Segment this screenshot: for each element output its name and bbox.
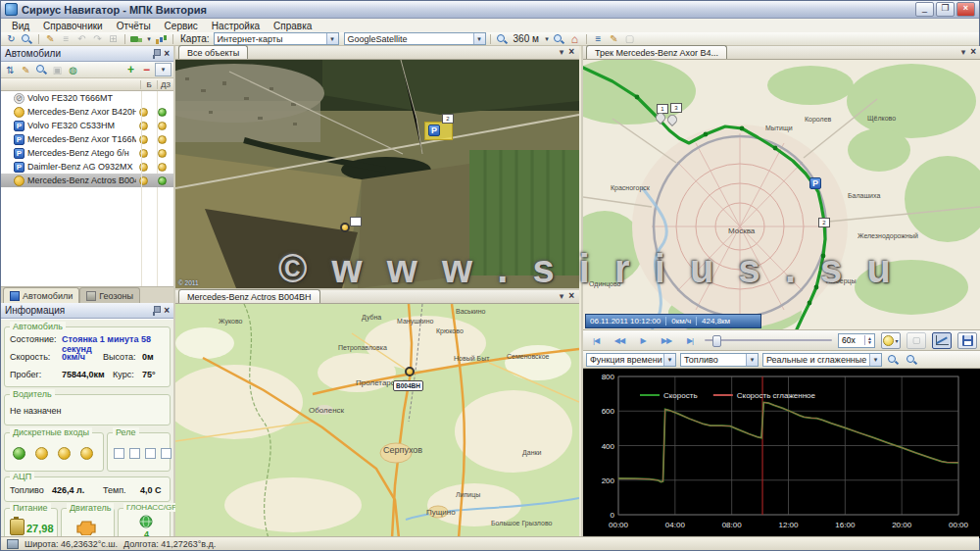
restore-button[interactable]: ❐ bbox=[936, 2, 955, 17]
search-icon[interactable] bbox=[20, 33, 34, 45]
zoom-out-icon[interactable] bbox=[552, 33, 566, 45]
columns-dropdown-icon[interactable]: ▾ bbox=[155, 63, 172, 76]
scale-arrow-icon[interactable]: ▾ bbox=[543, 33, 551, 45]
list-icon[interactable]: ≡ bbox=[59, 33, 74, 45]
combo-arrow-icon[interactable]: ▾ bbox=[869, 354, 881, 366]
slider-thumb[interactable] bbox=[712, 335, 721, 347]
truck-menu-arrow-icon[interactable]: ▾ bbox=[145, 33, 153, 45]
relay-checkbox-3[interactable] bbox=[145, 448, 156, 459]
tab-actros-map[interactable]: Mercedes-Benz Actros В004ВН bbox=[178, 289, 320, 303]
edit-vehicle-icon[interactable]: ✎ bbox=[19, 64, 33, 75]
actros-vehicle-label[interactable]: В004ВН bbox=[393, 380, 423, 391]
relay-checkbox-4[interactable] bbox=[161, 448, 172, 459]
menu-servis[interactable]: Сервис bbox=[158, 21, 205, 31]
vehicle-row[interactable]: Mercedes-Benz Axor В420НВ bbox=[1, 105, 173, 119]
tab-vehicles[interactable]: Автомобили bbox=[3, 287, 79, 303]
home-icon[interactable]: ⌂ bbox=[567, 33, 582, 45]
satellite-map[interactable]: 2 P © 2011 bbox=[175, 60, 579, 288]
panel-menu-icon[interactable]: ▾ bbox=[961, 47, 966, 57]
chart-mode-combo[interactable]: Реальные и сглаженные значен ▾ bbox=[762, 353, 882, 367]
skip-start-button[interactable]: |◀ bbox=[587, 336, 605, 345]
marker-2-box[interactable]: 2 bbox=[818, 218, 830, 227]
chart-zoom-in-icon[interactable] bbox=[886, 354, 901, 366]
layers-icon[interactable]: ≡ bbox=[591, 33, 606, 45]
camera-icon[interactable]: ▣ bbox=[50, 64, 65, 75]
frame-icon[interactable]: ▢ bbox=[622, 33, 637, 45]
track-position-slider[interactable] bbox=[705, 333, 832, 347]
panel-menu-icon[interactable]: ▾ bbox=[560, 47, 564, 57]
vehicle-marker[interactable] bbox=[340, 223, 350, 232]
vehicle-row[interactable]: PVolvo FE320 С533НМ bbox=[1, 119, 173, 132]
close-panel-icon[interactable]: × bbox=[164, 49, 170, 59]
parking-marker[interactable]: P bbox=[809, 177, 821, 189]
rewind-button[interactable]: ◀◀ bbox=[611, 336, 628, 345]
chart-zoom-out-icon[interactable] bbox=[905, 354, 919, 366]
map-provider-combo[interactable]: GoogleSatellite ▾ bbox=[344, 32, 486, 45]
find-on-map-icon[interactable] bbox=[34, 64, 49, 75]
playback-speed-spinner[interactable]: 60x ▲▼ bbox=[838, 333, 875, 348]
street-map[interactable]: ДубнаМанушкиноВаськиноКрюковоНовый БытСе… bbox=[175, 304, 579, 538]
sort-icon[interactable]: ⇅ bbox=[3, 64, 18, 75]
close-button[interactable]: × bbox=[956, 2, 975, 17]
edit-icon[interactable]: ✎ bbox=[43, 33, 58, 45]
map-type-combo[interactable]: Интернет-карты ▾ bbox=[214, 32, 339, 45]
close-panel-icon[interactable]: × bbox=[568, 47, 574, 57]
relay-checkbox-1[interactable] bbox=[114, 448, 124, 459]
skip-end-button[interactable]: ▶| bbox=[681, 336, 699, 345]
chart-icon[interactable] bbox=[154, 33, 169, 45]
vehicles-panel-header[interactable]: Автомобили × bbox=[1, 46, 173, 62]
save-button[interactable] bbox=[957, 332, 977, 349]
poi-toggle-button[interactable]: ▾ bbox=[881, 332, 901, 349]
refresh-icon[interactable]: ↻ bbox=[4, 33, 19, 45]
remove-vehicle-icon[interactable]: − bbox=[139, 64, 154, 75]
play-button[interactable]: ▶ bbox=[634, 336, 652, 345]
menu-spravochniki[interactable]: Справочники bbox=[36, 21, 110, 31]
actros-vehicle-marker[interactable] bbox=[405, 367, 415, 376]
expand-icon[interactable]: ⊞ bbox=[106, 33, 121, 45]
menu-otchety[interactable]: Отчёты bbox=[110, 21, 158, 31]
vehicle-list[interactable]: ⊘Volvo FE320 Т666МТMercedes-Benz Axor В4… bbox=[1, 91, 173, 286]
track-map[interactable]: КрасногорскМытищиКоролевЩёлковоБалашихаМ… bbox=[583, 60, 980, 329]
combo-arrow-icon[interactable]: ▾ bbox=[663, 354, 675, 366]
combo-arrow-icon[interactable]: ▾ bbox=[746, 354, 758, 366]
close-panel-icon[interactable]: × bbox=[164, 306, 170, 316]
info-panel-header[interactable]: Информация × bbox=[1, 303, 173, 319]
panel-menu-icon[interactable]: ▾ bbox=[560, 291, 564, 301]
zoom-in-icon[interactable] bbox=[495, 33, 510, 45]
menu-vid[interactable]: Вид bbox=[5, 21, 36, 31]
parking-marker[interactable]: P bbox=[428, 125, 440, 136]
column-dz[interactable]: ДЗ bbox=[157, 80, 173, 89]
spinner-arrows-icon[interactable]: ▲▼ bbox=[864, 335, 874, 345]
menu-nastroyka[interactable]: Настройка bbox=[205, 21, 267, 31]
relay-checkbox-2[interactable] bbox=[129, 448, 140, 459]
globe-icon[interactable]: ◍ bbox=[66, 64, 80, 75]
vehicle-row[interactable]: PDaimler-Benz AG О932МХ bbox=[1, 160, 173, 174]
marker-2-box[interactable]: 2 bbox=[442, 114, 454, 124]
truck-menu-icon[interactable] bbox=[129, 33, 144, 45]
marker-3-box[interactable]: 3 bbox=[670, 103, 682, 113]
close-panel-icon[interactable]: × bbox=[970, 47, 976, 57]
notes-icon[interactable]: ✎ bbox=[607, 33, 621, 45]
vehicle-row[interactable]: Mercedes-Benz Actros В004ВН bbox=[1, 174, 173, 187]
tab-geozones[interactable]: Геозоны bbox=[79, 287, 140, 303]
tab-track[interactable]: Трек Mercedes-Benz Axor В4... bbox=[586, 45, 727, 59]
vehicle-row[interactable]: PMercedes-Benz Axor Т166МТ bbox=[1, 132, 173, 146]
chart-parameter-combo[interactable]: Топливо ▾ bbox=[680, 353, 759, 367]
title-bar[interactable]: Сириус Навигатор - МПК Виктория _ ❐ × bbox=[1, 1, 979, 19]
close-panel-icon[interactable]: × bbox=[568, 291, 574, 301]
combo-arrow-icon[interactable]: ▾ bbox=[326, 33, 338, 44]
menu-spravka[interactable]: Справка bbox=[267, 21, 318, 31]
undo-icon[interactable]: ↶ bbox=[74, 33, 89, 45]
column-b[interactable]: Б bbox=[140, 80, 157, 89]
frame-button[interactable]: ▢ bbox=[906, 332, 926, 349]
tab-all-objects[interactable]: Все объекты bbox=[178, 45, 248, 59]
redo-icon[interactable]: ↷ bbox=[90, 33, 105, 45]
vehicle-row[interactable]: PMercedes-Benz Atego б/н bbox=[1, 146, 173, 160]
pin-icon[interactable] bbox=[151, 48, 160, 59]
chart-function-combo[interactable]: Функция времени ▾ bbox=[586, 353, 676, 367]
vehicle-row[interactable]: ⊘Volvo FE320 Т666МТ bbox=[1, 91, 173, 105]
fast-forward-button[interactable]: ▶▶ bbox=[658, 336, 675, 345]
map-scale-value[interactable]: 360 м bbox=[514, 33, 539, 44]
minimize-button[interactable]: _ bbox=[915, 2, 934, 17]
add-vehicle-icon[interactable]: + bbox=[123, 64, 138, 75]
